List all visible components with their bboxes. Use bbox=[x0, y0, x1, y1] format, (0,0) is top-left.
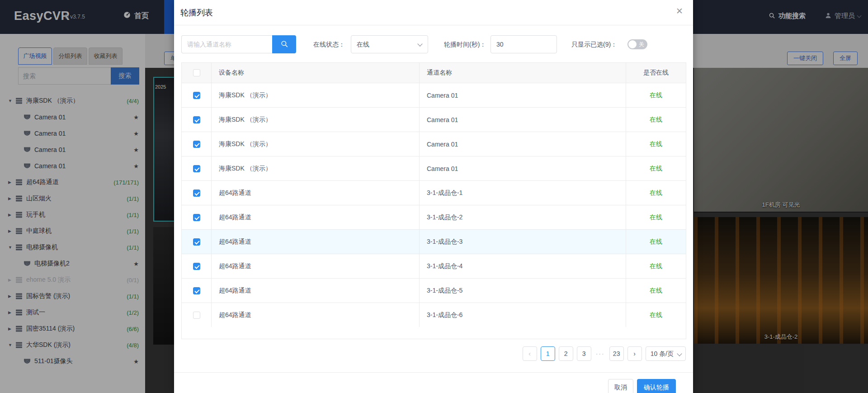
row-checkbox[interactable] bbox=[193, 238, 200, 246]
channel-name: 3-1-成品仓-1 bbox=[419, 181, 626, 205]
table-row[interactable]: 超64路通道 3-1-成品仓-6 在线 bbox=[182, 303, 686, 327]
online-status: 在线 bbox=[626, 230, 686, 254]
search-icon bbox=[280, 40, 288, 49]
table-row[interactable]: 超64路通道 3-1-成品仓-4 在线 bbox=[182, 254, 686, 278]
row-checkbox[interactable] bbox=[193, 165, 200, 172]
row-checkbox[interactable] bbox=[193, 116, 200, 123]
online-status-label: 在线状态： bbox=[313, 35, 345, 53]
page-size-select[interactable]: 10 条/页 bbox=[646, 346, 686, 361]
channel-name: 3-1-成品仓-5 bbox=[419, 279, 626, 303]
carousel-list-dialog: 轮播列表 ✕ 在线状态： 在线 轮播时间(秒)： 只显示已选(9)： 关 设备名… bbox=[174, 0, 693, 393]
online-status: 在线 bbox=[626, 132, 686, 156]
channel-name: Camera 01 bbox=[419, 132, 626, 156]
page-button-1[interactable]: 1 bbox=[541, 346, 555, 361]
channel-table: 设备名称 通道名称 是否在线 海康SDK （演示） Camera 01 在线 海… bbox=[181, 62, 686, 339]
table-row[interactable]: 超64路通道 3-1-成品仓-5 在线 bbox=[182, 278, 686, 303]
next-page-button[interactable]: › bbox=[627, 346, 642, 361]
pagination: ‹ 1 2 3 ··· 23 › 10 条/页 bbox=[523, 346, 686, 361]
dialog-title: 轮播列表 bbox=[180, 7, 213, 18]
device-name: 海康SDK （演示） bbox=[211, 156, 419, 180]
row-checkbox[interactable] bbox=[193, 287, 200, 294]
table-row[interactable]: 超64路通道 3-1-成品仓-2 在线 bbox=[182, 205, 686, 229]
row-checkbox[interactable] bbox=[193, 312, 200, 319]
channel-name: 3-1-成品仓-3 bbox=[419, 230, 626, 254]
channel-name: 3-1-成品仓-2 bbox=[419, 205, 626, 229]
selected-only-toggle[interactable]: 关 bbox=[627, 39, 647, 49]
online-status: 在线 bbox=[626, 83, 686, 107]
channel-name: Camera 01 bbox=[419, 83, 626, 107]
select-all-checkbox[interactable] bbox=[193, 69, 200, 76]
dialog-footer: 取消 确认轮播 bbox=[174, 372, 693, 393]
chevron-down-icon bbox=[417, 41, 422, 46]
online-status-select[interactable]: 在线 bbox=[351, 35, 428, 53]
device-name: 超64路通道 bbox=[211, 230, 419, 254]
column-header-online: 是否在线 bbox=[626, 63, 686, 83]
selected-only-label: 只显示已选(9)： bbox=[571, 35, 617, 53]
channel-name: 3-1-成品仓-6 bbox=[419, 303, 626, 327]
prev-page-button[interactable]: ‹ bbox=[523, 346, 537, 361]
ellipsis-icon: ··· bbox=[595, 350, 606, 357]
table-row[interactable]: 海康SDK （演示） Camera 01 在线 bbox=[182, 132, 686, 156]
online-status: 在线 bbox=[626, 205, 686, 229]
row-checkbox[interactable] bbox=[193, 263, 200, 270]
device-name: 超64路通道 bbox=[211, 279, 419, 303]
online-status: 在线 bbox=[626, 181, 686, 205]
online-status: 在线 bbox=[626, 156, 686, 180]
cancel-button[interactable]: 取消 bbox=[608, 379, 633, 393]
device-name: 海康SDK （演示） bbox=[211, 108, 419, 132]
device-name: 超64路通道 bbox=[211, 303, 419, 327]
interval-label: 轮播时间(秒)： bbox=[444, 35, 486, 53]
close-icon[interactable]: ✕ bbox=[676, 7, 683, 15]
column-header-device: 设备名称 bbox=[211, 63, 419, 83]
online-status: 在线 bbox=[626, 108, 686, 132]
table-row[interactable]: 超64路通道 3-1-成品仓-1 在线 bbox=[182, 180, 686, 205]
page-size-value: 10 条/页 bbox=[651, 350, 674, 357]
dialog-filters: 在线状态： 在线 轮播时间(秒)： 只显示已选(9)： 关 bbox=[174, 35, 693, 53]
online-status-value: 在线 bbox=[357, 41, 369, 48]
row-checkbox[interactable] bbox=[193, 189, 200, 197]
channel-search-button[interactable] bbox=[272, 35, 296, 53]
device-name: 超64路通道 bbox=[211, 254, 419, 278]
channel-name: Camera 01 bbox=[419, 156, 626, 180]
column-header-channel: 通道名称 bbox=[419, 63, 626, 83]
table-row[interactable]: 海康SDK （演示） Camera 01 在线 bbox=[182, 83, 686, 107]
channel-name: 3-1-成品仓-4 bbox=[419, 254, 626, 278]
page-button-last[interactable]: 23 bbox=[609, 346, 624, 361]
online-status: 在线 bbox=[626, 303, 686, 327]
toggle-knob bbox=[628, 40, 637, 48]
channel-search-input[interactable] bbox=[181, 35, 272, 53]
interval-input[interactable] bbox=[491, 35, 557, 53]
device-name: 海康SDK （演示） bbox=[211, 132, 419, 156]
row-checkbox[interactable] bbox=[193, 92, 200, 99]
channel-name: Camera 01 bbox=[419, 108, 626, 132]
toggle-off-text: 关 bbox=[639, 41, 644, 47]
device-name: 超64路通道 bbox=[211, 205, 419, 229]
page-button-2[interactable]: 2 bbox=[559, 346, 573, 361]
online-status: 在线 bbox=[626, 279, 686, 303]
table-header-row: 设备名称 通道名称 是否在线 bbox=[182, 63, 686, 83]
table-row[interactable]: 海康SDK （演示） Camera 01 在线 bbox=[182, 156, 686, 180]
row-checkbox[interactable] bbox=[193, 141, 200, 148]
confirm-carousel-button[interactable]: 确认轮播 bbox=[637, 379, 676, 393]
chevron-down-icon bbox=[677, 351, 682, 356]
device-name: 超64路通道 bbox=[211, 181, 419, 205]
device-name: 海康SDK （演示） bbox=[211, 83, 419, 107]
table-row[interactable]: 海康SDK （演示） Camera 01 在线 bbox=[182, 107, 686, 132]
dialog-header: 轮播列表 ✕ bbox=[174, 0, 693, 25]
online-status: 在线 bbox=[626, 254, 686, 278]
page-button-3[interactable]: 3 bbox=[577, 346, 591, 361]
row-checkbox[interactable] bbox=[193, 214, 200, 221]
table-row-highlighted[interactable]: 超64路通道 3-1-成品仓-3 在线 bbox=[182, 229, 686, 254]
